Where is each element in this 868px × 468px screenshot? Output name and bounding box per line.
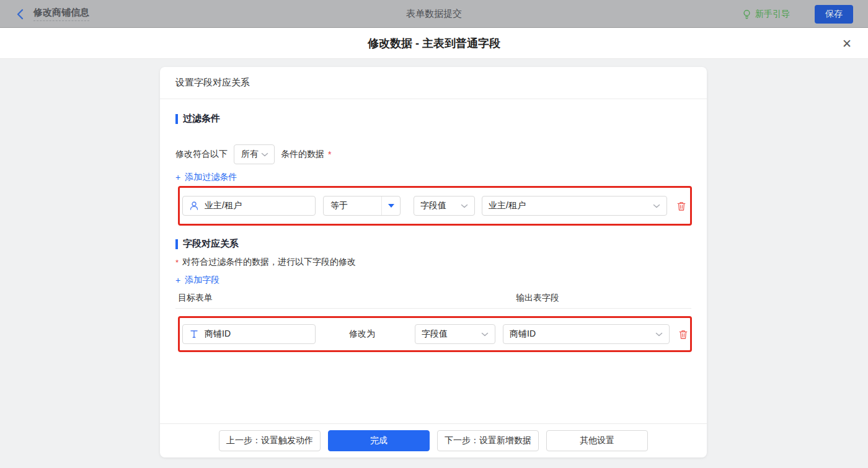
chevron-down-icon xyxy=(261,152,268,157)
modal-content-area: 设置字段对应关系 过滤条件 修改符合以下 所有 条件的数据 * + xyxy=(0,59,868,468)
modal-header: 修改数据 - 主表到普通字段 ✕ xyxy=(0,28,868,59)
back-button[interactable] xyxy=(16,9,25,20)
chevron-left-icon xyxy=(16,9,25,20)
chevron-down-icon xyxy=(655,332,663,337)
plus-icon: + xyxy=(175,275,180,285)
section-filter-title: 过滤条件 xyxy=(183,113,220,125)
triangle-down-icon xyxy=(388,204,394,208)
target-field-input[interactable]: 商铺ID xyxy=(182,324,316,344)
add-field-link[interactable]: + 添加字段 xyxy=(175,275,219,286)
filter-condition-row-highlight: 业主/租户 等于 字段值 业主/租户 xyxy=(178,186,692,226)
filter-value-field: 业主/租户 xyxy=(489,200,526,211)
beginner-guide-label: 新手引导 xyxy=(755,9,790,20)
mapping-description-text: 对符合过滤条件的数据，进行以下字段的修改 xyxy=(182,257,356,268)
mapping-value-type: 字段值 xyxy=(422,329,448,340)
operator-caret-button[interactable] xyxy=(381,196,400,215)
prev-step-button[interactable]: 上一步：设置触发动作 xyxy=(219,430,321,451)
chevron-down-icon xyxy=(461,204,468,208)
required-mark: * xyxy=(328,149,331,159)
save-button[interactable]: 保存 xyxy=(815,5,853,24)
mapping-value-field: 商铺ID xyxy=(510,329,536,340)
done-button[interactable]: 完成 xyxy=(328,430,430,451)
lightbulb-icon xyxy=(742,9,751,19)
trash-icon xyxy=(678,329,688,340)
field-mapping-card: 设置字段对应关系 过滤条件 修改符合以下 所有 条件的数据 * + xyxy=(160,67,707,457)
modify-to-label: 修改为 xyxy=(348,329,376,340)
workflow-title[interactable]: 修改商铺信息 xyxy=(33,7,89,21)
column-output-field: 输出表字段 xyxy=(516,291,559,304)
mapping-value-type-select[interactable]: 字段值 xyxy=(415,324,495,344)
delete-filter-condition-button[interactable] xyxy=(676,201,686,211)
delete-mapping-row-button[interactable] xyxy=(678,329,688,340)
operator-value: 等于 xyxy=(324,200,381,211)
filter-field-input[interactable]: 业主/租户 xyxy=(182,196,316,216)
section-filter-conditions: 过滤条件 xyxy=(175,113,691,125)
card-body: 过滤条件 修改符合以下 所有 条件的数据 * + 添加过滤条件 xyxy=(160,99,707,423)
blue-bar-icon xyxy=(175,114,178,124)
filter-match-sentence: 修改符合以下 所有 条件的数据 * xyxy=(175,144,691,164)
card-footer: 上一步：设置触发动作 完成 下一步：设置新增数据 其他设置 xyxy=(160,423,707,457)
beginner-guide-button[interactable]: 新手引导 xyxy=(742,9,790,20)
add-filter-condition-label: 添加过滤条件 xyxy=(185,172,237,183)
operator-select[interactable]: 等于 xyxy=(323,196,401,216)
filter-value-select[interactable]: 业主/租户 xyxy=(482,196,667,216)
blue-bar-icon xyxy=(175,239,178,249)
trash-icon xyxy=(676,201,686,211)
mapping-column-headers: 目标表单 输出表字段 xyxy=(175,291,691,309)
mapping-value-select[interactable]: 商铺ID xyxy=(503,324,670,344)
sentence-prefix: 修改符合以下 xyxy=(175,149,228,160)
add-field-label: 添加字段 xyxy=(185,275,219,286)
close-icon[interactable]: ✕ xyxy=(842,37,852,49)
top-app-bar: 修改商铺信息 表单数据提交 新手引导 保存 xyxy=(0,0,868,28)
target-field-name: 商铺ID xyxy=(205,329,231,340)
chevron-down-icon xyxy=(481,332,489,337)
match-mode-value: 所有 xyxy=(241,149,259,160)
section-mapping-title: 字段对应关系 xyxy=(183,238,239,250)
match-mode-select[interactable]: 所有 xyxy=(234,144,275,164)
section-field-mapping: 字段对应关系 xyxy=(175,238,691,250)
filter-field-name: 业主/租户 xyxy=(205,200,242,211)
required-mark: * xyxy=(175,258,179,267)
chevron-down-icon xyxy=(653,204,660,208)
filter-value-type-select[interactable]: 字段值 xyxy=(414,196,475,216)
add-filter-condition-link[interactable]: + 添加过滤条件 xyxy=(175,172,237,183)
sentence-suffix: 条件的数据 xyxy=(281,149,324,160)
text-field-icon xyxy=(189,329,199,339)
user-icon xyxy=(189,201,199,211)
filter-value-type: 字段值 xyxy=(420,200,446,211)
plus-icon: + xyxy=(175,172,180,182)
column-target-form: 目标表单 xyxy=(178,291,516,304)
card-header: 设置字段对应关系 xyxy=(160,67,707,99)
modal-title: 修改数据 - 主表到普通字段 xyxy=(368,36,500,51)
other-settings-button[interactable]: 其他设置 xyxy=(546,430,648,451)
next-step-button[interactable]: 下一步：设置新增数据 xyxy=(437,430,539,451)
page-title: 表单数据提交 xyxy=(0,8,868,20)
mapping-row-highlight: 商铺ID 修改为 字段值 商铺ID xyxy=(178,316,692,352)
mapping-description: * 对符合过滤条件的数据，进行以下字段的修改 xyxy=(175,257,691,268)
